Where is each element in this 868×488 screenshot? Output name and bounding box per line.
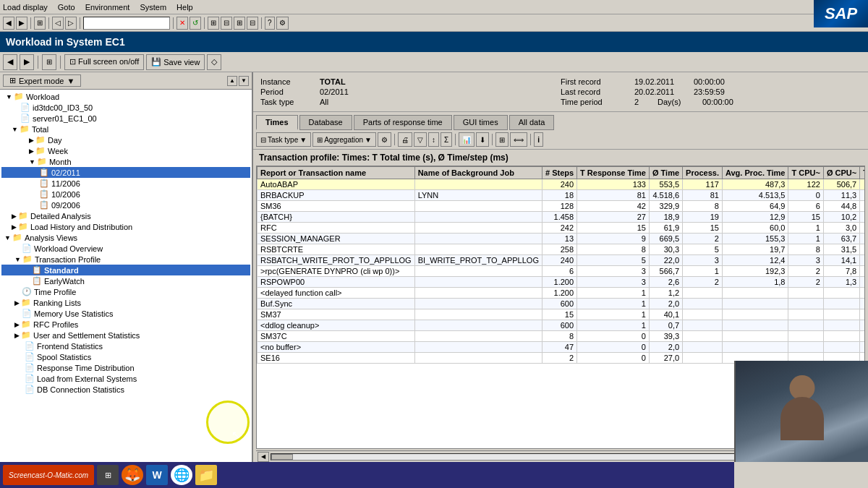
nav-btn2[interactable]: ▷ (65, 17, 77, 30)
tree-item-ranking[interactable]: ▶ 📁 Ranking Lists (1, 297, 250, 308)
col-select-btn[interactable]: ⊞ (495, 132, 509, 147)
tree-item-user-settlement[interactable]: ▶ 📁 User and Settlement Statistics (1, 330, 250, 341)
expand-analysis-views[interactable]: ▼ (4, 234, 11, 241)
stop-btn[interactable]: ✕ (176, 17, 188, 30)
reload-btn[interactable]: ↺ (190, 17, 201, 30)
table-row[interactable]: RSPOWP001.20032,621,821,3 (258, 277, 866, 288)
cust-btn[interactable]: ⚙ (276, 17, 289, 30)
table-row[interactable]: Buf.Sync60012,0 (258, 299, 866, 309)
fullscreen-btn[interactable]: ⊡ Full screen on/off (64, 54, 144, 70)
scroll-down-btn[interactable]: ▼ (239, 76, 249, 86)
taskbar-icon-word[interactable]: W (146, 465, 168, 485)
extra-btn[interactable]: ◇ (207, 54, 221, 70)
expand-total[interactable]: ▼ (12, 126, 18, 133)
table-row[interactable]: SM3612842329,9864,9644,8 (258, 201, 866, 212)
save-view-btn[interactable]: 💾 Save view (146, 54, 205, 70)
taskbar-icon-firefox[interactable]: 🦊 (122, 465, 143, 485)
menu-environment[interactable]: Environment (85, 3, 130, 12)
expand-trans-profile[interactable]: ▼ (14, 256, 21, 263)
tree-item-load-history[interactable]: ▶ 📁 Load History and Distribution (1, 221, 250, 232)
tree-item-09-2006[interactable]: 📋 09/2006 (1, 200, 250, 210)
table-row[interactable]: <delayed function call>1.20011,2 (258, 288, 866, 299)
tree-item-11-2006[interactable]: 📋 11/2006 (1, 178, 250, 189)
table-row[interactable]: RFC2421561,91560,013,0 (258, 223, 866, 234)
expand-load-history[interactable]: ▶ (12, 223, 17, 231)
filter-btn[interactable]: ▽ (414, 132, 427, 147)
tab-all-data[interactable]: All data (509, 115, 555, 130)
prev-btn[interactable]: ◀ (3, 54, 17, 70)
tab-database[interactable]: Database (299, 115, 352, 130)
tab-times[interactable]: Times (256, 115, 298, 130)
tab-gui-times[interactable]: GUI times (454, 115, 508, 130)
tree-item-analysis-views[interactable]: ▼ 📁 Analysis Views (1, 232, 250, 243)
tree-item-day[interactable]: ▶ 📁 Day (1, 134, 250, 145)
tree-item-workload[interactable]: ▼ 📁 Workload (1, 91, 250, 102)
table-row[interactable]: <no buffer>4702,0 (258, 342, 866, 353)
print-btn[interactable]: 🖨 (398, 132, 412, 147)
table-row[interactable]: <ddlog cleanup>60010,7 (258, 320, 866, 331)
tree-item-id3[interactable]: 📄 id3tdc00_ID3_50 (1, 102, 250, 113)
info-btn[interactable]: i (534, 132, 543, 147)
address-input[interactable] (83, 17, 170, 30)
expert-mode-button[interactable]: ⊞ Expert mode ▼ (3, 74, 81, 87)
expand-month[interactable]: ▼ (29, 158, 35, 166)
expand-detailed[interactable]: ▶ (12, 213, 17, 220)
next-btn[interactable]: ▶ (20, 54, 34, 70)
tree-item-time-profile[interactable]: 🕐 Time Profile (1, 286, 250, 297)
tree-item-month[interactable]: ▼ 📁 Month (1, 156, 250, 167)
tree-item-memory[interactable]: 📄 Memory Use Statistics (1, 308, 250, 319)
taskbar-icon-chrome[interactable]: 🌐 (171, 465, 192, 485)
settings-btn[interactable]: ⚙ (378, 132, 391, 147)
table-row[interactable]: SM3715140,1 (258, 309, 866, 320)
table-row[interactable]: >rpc(GENERATE DYNPRO (cli wp 0))>63566,7… (258, 266, 866, 277)
tree-item-frontend-stats[interactable]: 📄 Frontend Statistics (1, 341, 250, 351)
toolbar-btn1[interactable]: ⊞ (208, 17, 219, 30)
tree-item-02-2011[interactable]: 📋 02/2011 (1, 167, 250, 178)
tree-item-db-connection[interactable]: 📄 DB Connection Statistics (1, 384, 250, 395)
sum-btn[interactable]: Σ (441, 132, 452, 147)
sort-btn[interactable]: ↕ (428, 132, 439, 147)
tree-item-load-external[interactable]: 📄 Load from External Systems (1, 373, 250, 384)
taskbar-icon-windows[interactable]: ⊞ (97, 465, 119, 485)
chart-btn[interactable]: 📊 (459, 132, 475, 147)
toolbar-btn3[interactable]: ⊞ (234, 17, 245, 30)
menu-help[interactable]: Help (176, 3, 193, 12)
toolbar-btn2[interactable]: ⊟ (221, 17, 232, 30)
scroll-thumb[interactable] (271, 454, 293, 460)
back-button[interactable]: ◀ (3, 17, 14, 30)
table-row[interactable]: RSBATCH_WRITE_PROT_TO_APPLLOGBI_WRITE_PR… (258, 255, 866, 266)
aggregation-btn[interactable]: ⊞ Aggregation ▼ (312, 132, 376, 147)
scroll-up-btn[interactable]: ▲ (227, 76, 237, 86)
table-row[interactable]: {BATCH}1.4582718,91912,91510,2 (258, 212, 866, 223)
tree-item-spool[interactable]: 📄 Spool Statistics (1, 351, 250, 362)
tab-parts-response[interactable]: Parts of response time (354, 115, 452, 130)
export-btn[interactable]: ⬇ (476, 132, 489, 147)
help-btn[interactable]: ? (265, 17, 275, 30)
expand-workload[interactable]: ▼ (6, 93, 12, 100)
expand-ranking[interactable]: ▶ (14, 299, 20, 307)
toolbar-btn4[interactable]: ⊟ (247, 17, 258, 30)
tree-item-trans-profile[interactable]: ▼ 📁 Transaction Profile (1, 254, 250, 265)
tree-item-detailed[interactable]: ▶ 📁 Detailed Analysis (1, 210, 250, 221)
tree-item-earlywatch[interactable]: 📋 EarlyWatch (1, 275, 250, 286)
forward-button[interactable]: ▶ (16, 17, 27, 30)
table-row[interactable]: SESSION_MANAGER139669,52155,3163,7 (258, 234, 866, 244)
task-type-btn[interactable]: ⊟ Task type ▼ (256, 132, 311, 147)
nav-btn1[interactable]: ◁ (52, 17, 64, 30)
table-row[interactable]: BRBACKUPLYNN18814.518,6814.513,5011,3 (258, 190, 866, 201)
taskbar-icon-folder[interactable]: 📁 (195, 465, 217, 485)
table-row[interactable]: AutoABAP240133553,5117487,3122506,7 (258, 179, 866, 190)
overview-btn[interactable]: ⊞ (42, 54, 56, 70)
tree-item-10-2006[interactable]: 📋 10/2006 (1, 189, 250, 200)
expand-rfc[interactable]: ▶ (14, 321, 20, 328)
tree-item-workload-overview[interactable]: 📄 Workload Overview (1, 243, 250, 254)
table-row[interactable]: RSBTCRTE258830,3519,7831,5 (258, 244, 866, 255)
tree-item-week[interactable]: ▶ 📁 Week (1, 145, 250, 156)
menu-load-display[interactable]: Load display (3, 3, 48, 12)
scroll-left-btn[interactable]: ◀ (258, 452, 269, 462)
expand-week[interactable]: ▶ (29, 147, 34, 155)
menu-system[interactable]: System (140, 3, 166, 12)
menu-goto[interactable]: Goto (58, 3, 75, 12)
table-row[interactable]: SM37C8039,3 (258, 331, 866, 342)
expand-day[interactable]: ▶ (29, 137, 34, 144)
